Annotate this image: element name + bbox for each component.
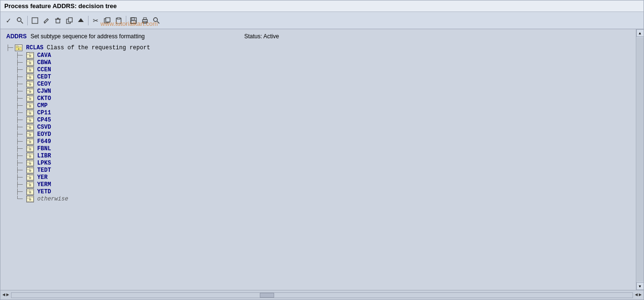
item-code: YETD [37,189,51,195]
svg-text:⊕: ⊕ [29,176,32,179]
node-icon: ⊕ [26,74,34,80]
svg-text:⊕: ⊕ [29,90,32,93]
svg-rect-16 [131,21,136,23]
svg-text:⊕: ⊕ [29,183,32,187]
find3-button[interactable] [151,15,162,26]
list-item[interactable]: ├─ ⊕ CBWA [16,59,630,66]
list-item[interactable]: ├─ ⊕ CEOY [16,81,630,88]
scroll-thumb [260,293,274,298]
node-icon: ⊕ [26,117,34,123]
svg-text:⊕: ⊕ [29,111,32,115]
list-item[interactable]: ├─ ⊕ CMP [16,102,630,109]
svg-rect-23 [16,46,18,47]
list-item[interactable]: ├─ ⊕ FBNL [16,145,630,152]
svg-line-1 [21,21,23,23]
edit-button[interactable] [41,15,52,26]
svg-text:⊕: ⊕ [18,48,20,50]
check-button[interactable]: ✓ [3,15,14,26]
svg-text:⊕: ⊕ [29,76,32,79]
scroll-down-arrow[interactable]: ▼ [636,282,644,290]
item-code: YER [37,174,48,181]
list-item[interactable]: ├─ ⊕ CP11 [16,110,630,116]
svg-text:⊕: ⊕ [29,97,32,100]
sep3 [126,16,126,25]
nav-right3-arrow[interactable]: ► [639,292,642,298]
horizontal-scrollbar[interactable] [11,292,633,298]
find-button[interactable] [15,15,25,26]
item-code: YERM [37,181,51,188]
nav-right2-arrow[interactable]: ◄ [635,292,638,298]
nav-left-arrow[interactable]: ◄ [2,292,5,298]
list-item[interactable]: ├─ ⊕ CSVD [16,124,630,131]
copy2-button[interactable] [102,15,112,26]
root-code: RCLAS [26,44,44,51]
list-item[interactable]: └─ ⊕ otherwise [16,196,630,202]
list-item[interactable]: ├─ ⊕ YER [16,174,630,181]
item-code: CP45 [37,117,51,123]
item-code: otherwise [37,196,68,202]
svg-point-0 [17,18,21,22]
left-nav: ◄ ► [2,292,9,298]
svg-marker-9 [78,18,84,22]
list-item[interactable]: ├─ ⊕ CKTO [16,95,630,102]
list-item[interactable]: ├─ ⊕ TEDT [16,167,630,174]
nav-right-arrow[interactable]: ► [6,292,9,298]
node-icon: ⊕ [26,110,34,116]
list-item[interactable]: ├─ ⊕ CCEN [16,67,630,73]
toolbar: ✓ ✂ [0,12,644,29]
new-button[interactable] [30,15,40,26]
item-code: CAVA [37,52,51,59]
node-icon: ⊕ [26,138,34,145]
tree-items: ├─ ⊕ CAVA ├─ ⊕ CBWA ├─ [6,52,630,202]
item-code: CKTO [37,95,51,102]
node-icon: ⊕ [26,81,34,88]
item-code: CMP [37,102,48,109]
cut-button[interactable]: ✂ [90,15,101,26]
list-item[interactable]: ├─ ⊕ CJWN [16,88,630,95]
move-up-button[interactable] [76,15,86,26]
item-code: EOYD [37,131,51,138]
list-item[interactable]: ├─ ⊕ YETD [16,189,630,195]
root-folder-icon: ⊕ [15,44,22,51]
paste-button[interactable] [113,15,124,26]
svg-text:⊕: ⊕ [29,83,32,86]
svg-rect-2 [32,18,38,23]
item-code: CJWN [37,88,51,95]
scroll-up-arrow[interactable]: ▲ [636,29,644,37]
node-icon: ⊕ [26,102,34,109]
node-icon: ⊕ [26,189,34,195]
svg-text:⊕: ⊕ [29,169,32,172]
feature-code: ADDRS [6,33,27,40]
list-item[interactable]: ├─ ⊕ LIBR [16,153,630,159]
list-item[interactable]: ├─ ⊕ F649 [16,138,630,145]
save-button[interactable] [128,15,139,26]
tree-container: ├─ ⊕ RCLAS Class of the requesting repor… [6,44,630,202]
node-icon: ⊕ [26,174,34,181]
node-icon: ⊕ [26,167,34,174]
item-code: F649 [37,138,51,145]
node-icon: ⊕ [26,131,34,138]
delete-button[interactable] [53,15,63,26]
main-content: ADDRS Set subtype sequence for address f… [0,29,636,290]
node-icon: ⊕ [26,124,34,131]
svg-text:⊕: ⊕ [29,198,32,201]
item-code: CP11 [37,110,51,116]
list-item[interactable]: ├─ ⊕ EOYD [16,131,630,138]
svg-rect-4 [56,19,60,23]
main-window: Process feature ADDRS: decision tree ✓ ✂ [0,0,644,300]
status-line: ADDRS Set subtype sequence for address f… [6,33,630,40]
list-item[interactable]: ├─ ⊕ LPKS [16,160,630,167]
svg-text:⊕: ⊕ [29,61,32,65]
list-item[interactable]: ├─ ⊕ CP45 [16,117,630,123]
svg-text:⊕: ⊕ [29,119,32,122]
right-scrollbar[interactable]: ▲ ▼ [636,29,644,290]
item-code: LPKS [37,160,51,167]
print-button[interactable] [140,15,150,26]
copy-button[interactable] [64,15,75,26]
svg-line-21 [157,21,160,23]
list-item[interactable]: ├─ ⊕ CAVA [16,52,630,59]
list-item[interactable]: ├─ ⊕ CEDT [16,74,630,80]
sep1 [27,16,28,25]
list-item[interactable]: ├─ ⊕ YERM [16,181,630,188]
content-area: ADDRS Set subtype sequence for address f… [0,29,644,290]
